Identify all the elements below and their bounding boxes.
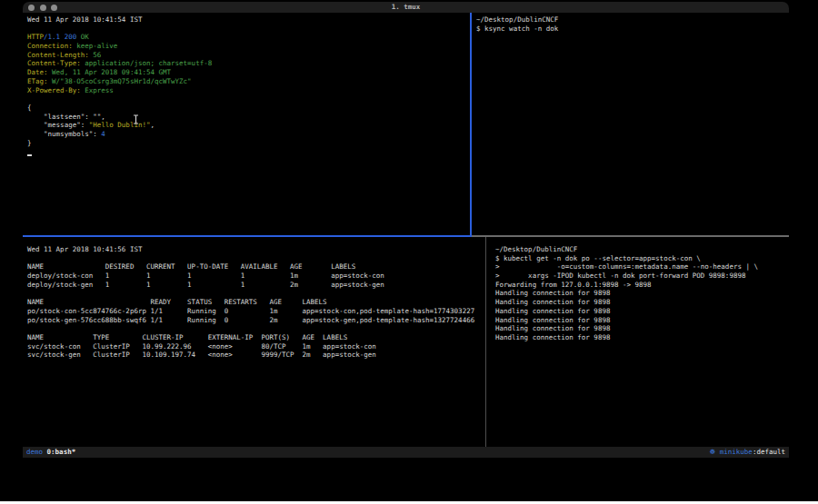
window-title: 1. tmux [23,2,789,13]
terminal-line: NAME TYPE CLUSTER-IP EXTERNAL-IP PORT(S)… [27,333,487,342]
terminal-line: Date: Wed, 11 Apr 2018 09:41:54 GMT [27,68,472,77]
status-left: demo 0:bash* [26,447,75,458]
terminal-line: { [27,104,472,113]
terminal-line [27,324,487,333]
terminal-line: Handling connection for 9898 [495,324,796,333]
terminal-line: } [27,139,472,148]
terminal-line [27,94,472,104]
terminal-line: deploy/stock-gen 1 1 1 1 2m app=stock-ge… [27,281,487,290]
terminal-line: Handling connection for 9898 [495,307,796,316]
terminal-window: 1. tmux Wed 11 Apr 2018 10:41:54 ISTHTTP… [23,2,789,458]
terminal-line: X-Powered-By: Express [27,86,472,95]
active-pane-border-vertical[interactable] [470,13,472,236]
window-titlebar[interactable]: 1. tmux [23,2,789,13]
terminal-line: "lastseen": "", [27,113,472,122]
window-list-item[interactable]: 0:bash* [47,448,76,456]
terminal-line: Forwarding from 127.0.0.1:9898 -> 9898 [495,281,796,290]
mouse-cursor-ibeam [133,111,139,128]
terminal-line: svc/stock-con ClusterIP 10.99.222.96 <no… [27,342,487,351]
terminal-line: Content-Type: application/json; charset=… [27,59,472,68]
terminal-line: po/stock-con-5cc874766c-2p6rp 1/1 Runnin… [27,307,487,316]
terminal-line: Handling connection for 9898 [495,298,796,307]
pane-border-vertical[interactable] [485,237,486,447]
terminal-line: ~/Desktop/DublinCNCF [495,245,796,254]
terminal-line: Handling connection for 9898 [495,333,796,342]
terminal-line: Content-Length: 56 [27,51,472,60]
terminal-line: NAME DESIRED CURRENT UP-TO-DATE AVAILABL… [27,262,487,272]
terminal-line: Handling connection for 9898 [495,316,796,325]
terminal-line: Handling connection for 9898 [495,289,796,298]
terminal-line: NAME READY STATUS RESTARTS AGE LABELS [27,298,487,307]
terminal-line: Wed 11 Apr 2018 10:41:56 IST [27,245,487,254]
terminal-line: deploy/stock-con 1 1 1 1 1m app=stock-co… [27,272,487,281]
pane-http-response[interactable]: Wed 11 Apr 2018 10:41:54 ISTHTTP/1.1 200… [25,13,472,238]
terminal-line: Connection: keep-alive [27,42,472,51]
screen: 1. tmux Wed 11 Apr 2018 10:41:54 ISTHTTP… [0,0,818,504]
terminal-line: "message": "Hello Dublin!", [27,121,472,130]
terminal-line: po/stock-gen-576cc688bb-swqf6 1/1 Runnin… [27,316,487,325]
terminal-line: $ ksync watch -n dok [476,25,793,34]
tmux-status-bar: demo 0:bash* ☸ minikube:default [23,447,789,458]
terminal-line [27,289,487,298]
pane-ksync-watch[interactable]: ~/Desktop/DublinCNCF$ ksync watch -n dok [473,13,793,238]
active-pane-border-horizontal[interactable] [23,235,472,237]
terminal-line: $ kubectl get -n dok po --selector=app=s… [495,254,796,263]
status-right: ☸ minikube:default [710,447,786,458]
terminal-line [27,254,487,263]
terminal-line [27,25,472,34]
kube-context: minikube [715,448,753,456]
terminal-line: svc/stock-gen ClusterIP 10.109.197.74 <n… [27,351,487,360]
pane-border-horizontal[interactable] [472,235,789,237]
pane-kubectl-resources[interactable]: Wed 11 Apr 2018 10:41:56 ISTNAME DESIRED… [25,237,487,455]
terminal-line: > -o=custom-columns=:metadata.name --no-… [495,262,796,272]
kube-namespace: :default [753,448,785,456]
pane-port-forward[interactable]: ~/Desktop/DublinCNCF$ kubectl get -n dok… [488,237,796,455]
terminal-line: "numsymbols": 4 [27,130,472,139]
terminal-line: > xargs -IPOD kubectl -n dok port-forwar… [495,272,796,281]
terminal-line: ETag: W/"38-O5coCsrg3mQ75sHr1d/qcWTwYZc" [27,77,472,86]
terminal-line: Wed 11 Apr 2018 10:41:54 IST [27,15,472,25]
terminal-line: ~/Desktop/DublinCNCF [476,15,793,25]
session-name: demo [26,448,43,456]
terminal-line: HTTP/1.1 200 OK [27,33,472,42]
terminal-cursor [27,154,32,156]
